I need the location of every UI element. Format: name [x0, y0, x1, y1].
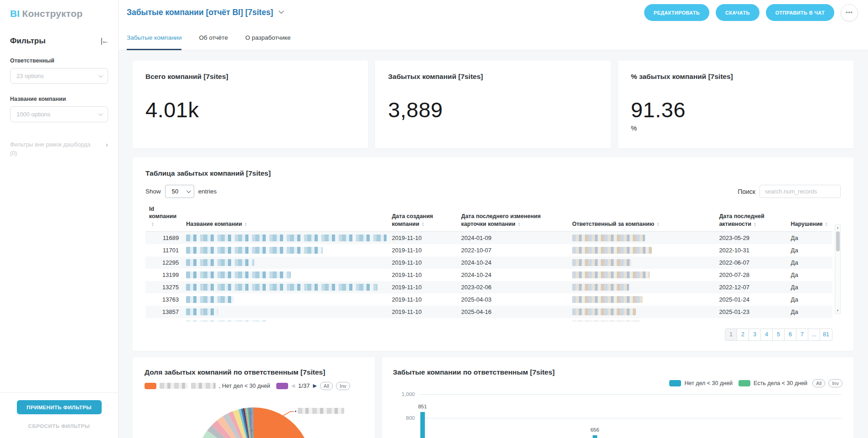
filter-responsible-label: Ответственный — [10, 57, 108, 64]
company-select[interactable]: 1000 options — [10, 106, 108, 122]
chevron-down-icon — [279, 8, 284, 13]
col-modified[interactable]: Дата последнего изменения карточки компа… — [461, 213, 541, 227]
pie-legend: , Нет дел < 30 дней ◀ 1/37 ▶ All Inv — [145, 382, 363, 390]
redacted-text — [186, 296, 234, 303]
sort-icon[interactable]: ▲▼ — [656, 222, 659, 227]
page-button[interactable]: 81 — [820, 328, 832, 341]
col-id[interactable]: Id компании — [149, 206, 176, 219]
page-size-value: 50 — [172, 188, 178, 195]
sort-icon[interactable]: ▲▼ — [151, 222, 154, 227]
table-cell: 2019-11-10 — [388, 293, 457, 306]
col-violation[interactable]: Нарушение — [791, 221, 823, 227]
page-size-select[interactable]: 50 — [165, 185, 194, 198]
responsible-select[interactable]: 23 options — [10, 68, 108, 84]
report-title-dropdown[interactable]: Забытые компании [отчёт BI] [7sites] — [127, 8, 283, 17]
table-card-title: Таблица забытых компаний [7sites] — [145, 169, 841, 177]
redacted-text — [572, 296, 643, 303]
sort-icon[interactable]: ▲▼ — [244, 222, 247, 227]
tab-about-developer[interactable]: О разработчике — [245, 25, 291, 50]
select-all-button[interactable]: All — [320, 382, 333, 390]
y-axis-tick: 800 — [393, 415, 415, 421]
col-company-name[interactable]: Название компании — [186, 221, 242, 227]
filter-company: Название компании 1000 options — [10, 96, 108, 122]
dashboard-content: Всего компаний [7sites] 4.01k Забытых ко… — [119, 50, 868, 438]
outer-filters-link[interactable]: Фильтры вне рамок дашборда › (0) — [10, 141, 108, 156]
edit-button[interactable]: РЕДАКТИРОВАТЬ — [644, 4, 709, 21]
kpi-value: 4.01k — [145, 97, 355, 122]
pie-card-title: Доля забытых компаний по ответственным [… — [145, 368, 363, 376]
table-cell: 2019-11-10 — [388, 232, 457, 244]
sort-icon[interactable]: ▲▼ — [754, 222, 756, 227]
bar[interactable] — [420, 412, 425, 438]
page-button[interactable]: ... — [808, 328, 820, 341]
table-cell: Да — [787, 269, 832, 281]
redacted-text — [572, 247, 652, 254]
more-options-button[interactable]: ••• — [841, 4, 858, 21]
sort-icon[interactable]: ▲▼ — [422, 222, 424, 227]
logo-bi: BI — [10, 8, 20, 19]
show-label: Show — [145, 188, 161, 195]
chevron-down-icon — [98, 111, 103, 116]
table-cell — [568, 318, 715, 321]
chevron-down-icon — [186, 188, 191, 193]
collapse-sidebar-icon[interactable]: |← — [101, 37, 108, 45]
invert-selection-button[interactable]: Inv — [828, 379, 842, 387]
chevron-right-icon: › — [106, 141, 108, 148]
bar[interactable] — [593, 435, 597, 438]
legend-pager: 1/37 — [298, 382, 310, 389]
table-cell — [568, 256, 715, 269]
table-row: 122952019-11-102024-10-242022-06-07Да — [145, 256, 832, 269]
table-cell: 2019-11-10 — [388, 281, 457, 293]
page-button[interactable]: 4 — [760, 328, 773, 341]
table-cell — [182, 281, 388, 293]
apply-filters-button[interactable]: ПРИМЕНИТЬ ФИЛЬТРЫ — [17, 400, 102, 414]
tab-about-report[interactable]: Об отчёте — [199, 25, 227, 50]
redacted-text — [186, 235, 387, 241]
table-cell — [182, 293, 388, 306]
table-scrollbar[interactable]: ▲ ▼ — [835, 224, 841, 314]
sort-icon[interactable]: ▲▼ — [825, 222, 828, 227]
col-last-activity[interactable]: Дата последней активности — [719, 213, 764, 227]
download-button[interactable]: СКАЧАТЬ — [716, 4, 760, 21]
legend-swatch-purple[interactable] — [276, 383, 288, 389]
send-to-chat-button[interactable]: ОТПРАВИТЬ В ЧАТ — [766, 4, 834, 21]
page-button[interactable]: 6 — [784, 328, 796, 341]
legend-next-icon[interactable]: ▶ — [313, 383, 316, 389]
responsible-select-value: 23 options — [16, 73, 44, 79]
filters-header: Фильтры |← — [10, 36, 108, 46]
page-button[interactable]: 5 — [772, 328, 785, 341]
table-cell — [182, 318, 388, 321]
page-button[interactable]: 1 — [725, 328, 737, 341]
page-button[interactable]: 7 — [796, 328, 808, 341]
legend-swatch-orange[interactable] — [145, 383, 156, 389]
scroll-down-icon[interactable]: ▼ — [835, 308, 840, 313]
invert-selection-button[interactable]: Inv — [336, 382, 350, 390]
table-cell: 2019-11-10 — [388, 269, 457, 281]
select-all-button[interactable]: All — [812, 379, 825, 387]
chevron-down-icon — [98, 73, 103, 78]
sort-icon[interactable]: ▲▼ — [517, 222, 520, 227]
tab-forgotten-companies[interactable]: Забытые компании — [127, 25, 181, 50]
table-cell: 2019-11-10 — [388, 256, 457, 269]
col-created[interactable]: Дата создания компании — [392, 213, 433, 227]
scroll-up-icon[interactable]: ▲ — [835, 225, 840, 230]
scrollbar-thumb[interactable] — [836, 231, 840, 251]
gridline — [419, 418, 842, 418]
table-cell — [568, 244, 715, 256]
reset-filters-button[interactable]: СБРОСИТЬ ФИЛЬТРЫ — [0, 423, 118, 429]
table-cell: 2023-05-29 — [715, 232, 787, 244]
redacted-text — [572, 259, 631, 266]
legend-swatch-blue[interactable] — [669, 380, 681, 386]
legend-swatch-green[interactable] — [739, 380, 750, 386]
redacted-text — [572, 284, 629, 291]
kpi-percent-forgotten: % забытых компаний [7sites] 91.36 % — [618, 61, 853, 148]
table-cell — [388, 318, 457, 321]
page-button[interactable]: 3 — [749, 328, 761, 341]
search-input[interactable] — [760, 185, 841, 198]
table-controls: Show 50 entries Поиск — [145, 185, 841, 198]
table-cell: 13763 — [145, 293, 182, 306]
col-responsible[interactable]: Ответственный за компанию — [572, 221, 654, 227]
page-button[interactable]: 2 — [737, 328, 749, 341]
table-cell: 2024-10-24 — [458, 269, 568, 281]
legend-prev-icon[interactable]: ◀ — [291, 383, 295, 389]
